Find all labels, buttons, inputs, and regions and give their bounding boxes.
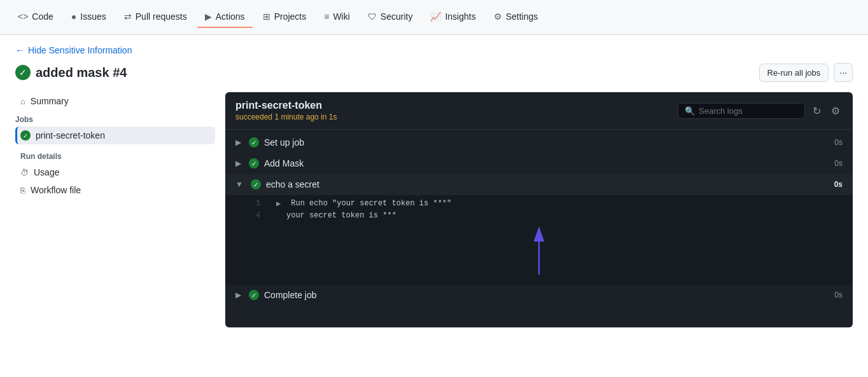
- main-layout: ⌂ Summary Jobs ✓ print-secret-token Run …: [15, 92, 853, 327]
- nav-wiki-label: Wiki: [333, 11, 349, 22]
- search-icon: 🔍: [685, 106, 695, 116]
- nav-projects[interactable]: ⊞ Projects: [255, 6, 314, 28]
- header-actions: Re-run all jobs ···: [759, 63, 853, 82]
- run-details-header: Run details: [15, 144, 215, 163]
- step-mask-time: 0s: [834, 159, 843, 168]
- run-success-icon: ✓: [15, 65, 31, 80]
- nav-wiki[interactable]: ≡ Wiki: [316, 6, 358, 28]
- log-subtitle-post: in 1s: [319, 113, 337, 121]
- line-number-1: 1: [256, 199, 266, 208]
- arrow-annotation: [225, 221, 853, 282]
- breadcrumb-label: Hide Sensitive Information: [28, 45, 132, 55]
- page-title: added mask #4: [36, 65, 127, 80]
- log-job-title: print-secret-token: [235, 100, 337, 111]
- nav-settings[interactable]: ⚙ Settings: [486, 6, 546, 28]
- sidebar-summary-label: Summary: [31, 96, 69, 106]
- step-complete-label: Complete job: [264, 290, 829, 300]
- line-toggle-1[interactable]: ▶: [276, 199, 281, 209]
- log-content-area: 1 ▶ Run echo "your secret token is ***" …: [225, 195, 853, 285]
- log-header-actions: 🔍 ↻ ⚙: [678, 103, 843, 119]
- nav-pr-label: Pull requests: [136, 11, 187, 22]
- sidebar-item-job[interactable]: ✓ print-secret-token: [15, 127, 215, 144]
- nav-insights-label: Insights: [445, 11, 475, 22]
- rerun-all-jobs-button[interactable]: Re-run all jobs: [759, 64, 829, 82]
- nav-issues[interactable]: ● Issues: [64, 6, 114, 28]
- shield-icon: 🛡: [368, 11, 377, 22]
- chevron-right-icon: ▶: [235, 138, 241, 147]
- step-setup-time: 0s: [834, 138, 843, 147]
- issues-icon: ●: [71, 11, 76, 22]
- step-echo-time: 0s: [834, 180, 843, 189]
- refresh-button[interactable]: ↻: [810, 104, 823, 118]
- projects-icon: ⊞: [263, 11, 270, 22]
- nav-actions[interactable]: ▶ Actions: [197, 6, 253, 28]
- pr-icon: ⇄: [124, 11, 132, 22]
- sidebar: ⌂ Summary Jobs ✓ print-secret-token Run …: [15, 92, 225, 327]
- workflow-file-label: Workflow file: [31, 185, 81, 195]
- nav-code[interactable]: <> Code: [10, 6, 61, 28]
- top-nav: <> Code ● Issues ⇄ Pull requests ▶ Actio…: [0, 0, 868, 35]
- step-complete-time: 0s: [834, 291, 843, 299]
- job-success-icon: ✓: [20, 130, 31, 141]
- step-mask-success-icon: ✓: [249, 158, 259, 168]
- settings-icon: ⚙: [494, 11, 502, 22]
- sidebar-item-usage[interactable]: ⏱ Usage: [15, 163, 215, 181]
- log-line-2: 4 your secret token is ***: [225, 210, 853, 221]
- code-icon: <>: [18, 11, 28, 22]
- chevron-down-icon: ▼: [235, 180, 243, 189]
- chevron-right-icon-3: ▶: [235, 291, 241, 299]
- line-text-1: Run echo "your secret token is ***": [291, 199, 843, 208]
- step-setup-success-icon: ✓: [249, 137, 259, 147]
- usage-label: Usage: [34, 167, 59, 177]
- line-text-2: your secret token is ***: [286, 211, 843, 220]
- search-logs-input[interactable]: [699, 106, 798, 116]
- nav-code-label: Code: [32, 11, 53, 22]
- nav-projects-label: Projects: [274, 11, 307, 22]
- search-logs-container[interactable]: 🔍: [678, 103, 805, 119]
- page-header: ✓ added mask #4 Re-run all jobs ···: [15, 63, 853, 82]
- step-add-mask[interactable]: ▶ ✓ Add Mask 0s: [225, 153, 853, 174]
- breadcrumb[interactable]: ← Hide Sensitive Information: [15, 45, 853, 55]
- insights-icon: 📈: [430, 11, 441, 22]
- nav-pullrequests[interactable]: ⇄ Pull requests: [116, 6, 195, 28]
- nav-settings-label: Settings: [506, 11, 538, 22]
- log-subtitle-pre: succeeded: [235, 113, 274, 121]
- annotation-arrow-svg: [520, 226, 558, 277]
- step-echo-label: echo a secret: [266, 179, 829, 189]
- jobs-section-label: Jobs: [15, 110, 215, 127]
- log-line-1: 1 ▶ Run echo "your secret token is ***": [225, 198, 853, 210]
- sidebar-item-summary[interactable]: ⌂ Summary: [15, 92, 215, 110]
- usage-icon: ⏱: [20, 168, 29, 177]
- page-title-area: ✓ added mask #4: [15, 65, 127, 80]
- wiki-icon: ≡: [324, 11, 329, 22]
- step-setup-job[interactable]: ▶ ✓ Set up job 0s: [225, 132, 853, 153]
- back-arrow-icon: ←: [15, 45, 24, 55]
- chevron-right-icon-2: ▶: [235, 159, 241, 168]
- job-name-label: print-secret-token: [36, 130, 105, 141]
- nav-security-label: Security: [381, 11, 413, 22]
- line-number-2: 4: [256, 211, 266, 220]
- nav-security[interactable]: 🛡 Security: [360, 6, 421, 28]
- page-content: ← Hide Sensitive Information ✓ added mas…: [0, 35, 868, 338]
- home-icon: ⌂: [20, 97, 25, 106]
- workflow-file-icon: ⎘: [20, 186, 25, 195]
- nav-issues-label: Issues: [80, 11, 106, 22]
- step-echo-secret[interactable]: ▼ ✓ echo a secret 0s: [225, 174, 853, 195]
- log-subtitle: succeeded 1 minute ago in 1s: [235, 113, 337, 121]
- settings-log-button[interactable]: ⚙: [829, 104, 843, 118]
- nav-insights[interactable]: 📈 Insights: [423, 6, 483, 28]
- more-options-button[interactable]: ···: [834, 63, 853, 82]
- log-title-area: print-secret-token succeeded 1 minute ag…: [235, 100, 337, 121]
- actions-icon: ▶: [205, 11, 212, 22]
- step-complete-job[interactable]: ▶ ✓ Complete job 0s: [225, 285, 853, 306]
- sidebar-item-workflow-file[interactable]: ⎘ Workflow file: [15, 181, 215, 199]
- step-echo-success-icon: ✓: [251, 179, 261, 189]
- step-mask-label: Add Mask: [264, 158, 829, 168]
- log-subtitle-time: 1 minute ago: [274, 113, 318, 121]
- log-header: print-secret-token succeeded 1 minute ag…: [225, 92, 853, 130]
- log-panel: print-secret-token succeeded 1 minute ag…: [225, 92, 853, 327]
- log-steps: ▶ ✓ Set up job 0s ▶ ✓ Add Mask 0s ▼ ✓ ec…: [225, 130, 853, 308]
- nav-actions-label: Actions: [216, 11, 245, 22]
- step-complete-success-icon: ✓: [249, 290, 259, 300]
- step-setup-label: Set up job: [264, 137, 829, 147]
